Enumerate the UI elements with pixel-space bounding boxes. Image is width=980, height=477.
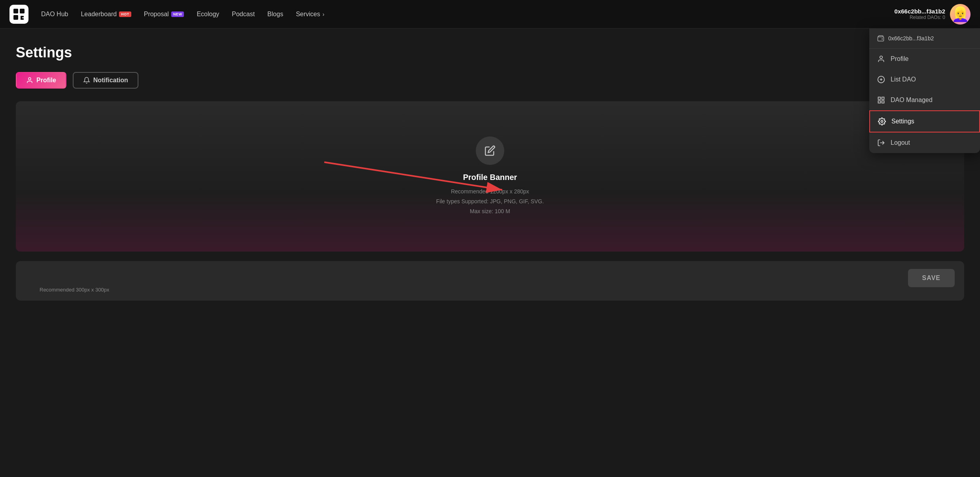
- banner-title: Profile Banner: [463, 173, 517, 182]
- avatar-recommended: Recommended 300px x 300px: [40, 287, 109, 293]
- avatar[interactable]: 👱‍♀️: [950, 4, 971, 25]
- logout-icon: [877, 139, 885, 147]
- svg-rect-1: [20, 9, 25, 13]
- nav-proposal[interactable]: Proposal NEW: [144, 11, 184, 18]
- svg-rect-14: [882, 101, 884, 103]
- hot-badge: HOT: [119, 11, 131, 17]
- svg-rect-11: [878, 97, 881, 100]
- nav-ecology[interactable]: Ecology: [197, 11, 219, 18]
- nav-links: DAO Hub Leaderboard HOT Proposal NEW Eco…: [41, 11, 895, 18]
- dropdown-header: 0x66c2bb...f3a1b2: [869, 28, 980, 49]
- tab-profile[interactable]: Profile: [16, 72, 66, 89]
- page-title: Settings: [16, 44, 964, 61]
- related-daos: Related DAOs: 0: [895, 15, 945, 20]
- svg-rect-13: [878, 101, 881, 103]
- wallet-icon: [877, 35, 884, 42]
- dropdown-list-dao-label: List DAO: [891, 76, 916, 83]
- svg-rect-5: [21, 16, 22, 20]
- page: Settings Profile Notification Profile Ba…: [0, 28, 980, 301]
- nav-dao-hub[interactable]: DAO Hub: [41, 11, 68, 18]
- dropdown-address: 0x66c2bb...f3a1b2: [888, 35, 934, 42]
- logo[interactable]: [9, 5, 28, 24]
- dropdown-logout[interactable]: Logout: [869, 132, 980, 153]
- plus-circle-icon: [877, 76, 885, 83]
- dropdown-profile[interactable]: Profile: [869, 49, 980, 69]
- banner-desc: Recommended 1200px x 280px File types Su…: [436, 187, 544, 217]
- dropdown-settings-label: Settings: [891, 118, 914, 125]
- dropdown-dao-managed[interactable]: DAO Managed: [869, 90, 980, 110]
- navbar: DAO Hub Leaderboard HOT Proposal NEW Eco…: [0, 0, 980, 28]
- svg-point-7: [880, 56, 883, 59]
- edit-banner-button[interactable]: [476, 136, 504, 165]
- nav-podcast[interactable]: Podcast: [232, 11, 255, 18]
- dropdown-menu: 0x66c2bb...f3a1b2 Profile List DAO: [869, 28, 980, 153]
- wallet-info[interactable]: 0x66c2bb...f3a1b2 Related DAOs: 0: [895, 8, 945, 20]
- save-section: SAVE: [16, 261, 964, 301]
- nav-leaderboard[interactable]: Leaderboard HOT: [81, 11, 131, 18]
- tab-notification[interactable]: Notification: [73, 72, 138, 89]
- user-icon: [877, 55, 885, 63]
- svg-rect-2: [13, 15, 18, 20]
- tab-bar: Profile Notification: [16, 72, 964, 89]
- dropdown-list-dao[interactable]: List DAO: [869, 69, 980, 90]
- svg-rect-0: [13, 9, 18, 13]
- nav-services[interactable]: Services ›: [296, 11, 324, 18]
- bell-icon: [83, 77, 90, 84]
- dropdown-dao-managed-label: DAO Managed: [891, 97, 933, 104]
- wallet-address: 0x66c2bb...f3a1b2: [895, 8, 945, 15]
- avatar-emoji: 👱‍♀️: [952, 6, 969, 23]
- svg-point-17: [28, 78, 31, 80]
- svg-rect-12: [882, 97, 884, 100]
- new-badge: NEW: [171, 11, 184, 17]
- banner-section: Profile Banner Recommended 1200px x 280p…: [16, 101, 964, 252]
- save-button[interactable]: SAVE: [908, 269, 955, 287]
- svg-point-6: [882, 39, 883, 40]
- nav-blogs[interactable]: Blogs: [267, 11, 283, 18]
- dropdown-logout-label: Logout: [891, 139, 910, 146]
- grid-icon: [877, 96, 885, 104]
- dropdown-settings[interactable]: Settings: [869, 110, 980, 132]
- nav-right: 0x66c2bb...f3a1b2 Related DAOs: 0 👱‍♀️: [895, 4, 971, 25]
- svg-point-15: [881, 121, 883, 123]
- dropdown-profile-label: Profile: [891, 55, 908, 62]
- user-tab-icon: [26, 77, 33, 84]
- settings-icon: [878, 117, 886, 125]
- chevron-right-icon: ›: [323, 11, 325, 17]
